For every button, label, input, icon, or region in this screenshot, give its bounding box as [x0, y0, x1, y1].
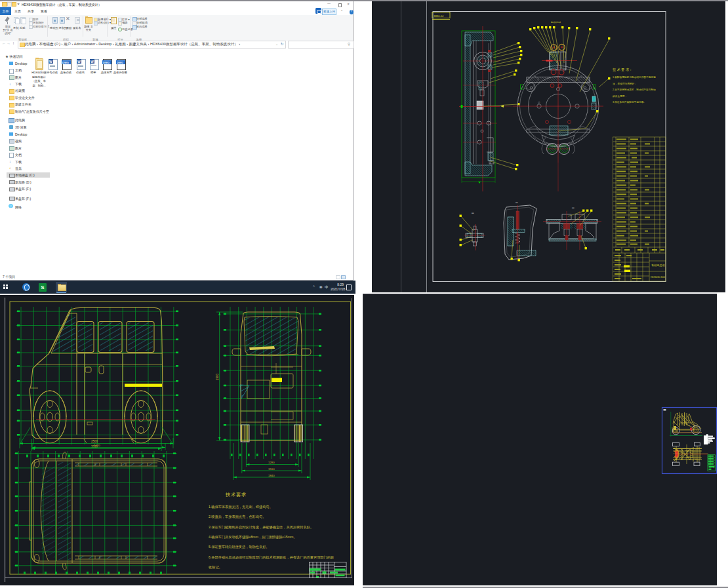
svg-text:1620: 1620: [94, 444, 100, 447]
svg-text:═: ═: [471, 211, 474, 215]
svg-text:1280: 1280: [268, 461, 275, 464]
svg-text:3.保证车门能顺利开启到设计角度，并能够确定位，关闭后密封良: 3.保证车门能顺利开启到设计角度，并能够确定位，关闭后密封良好。: [209, 525, 313, 530]
svg-text:∅: ∅: [538, 101, 540, 104]
svg-text:1.装配板螺栓时与制动蹈工作面不能有溢: 1.装配板螺栓时与制动蹈工作面不能有溢: [613, 75, 656, 79]
svg-text:8880-04: 8880-04: [434, 14, 444, 18]
svg-text:鼓发生摩擦；: 鼓发生摩擦；: [612, 94, 627, 98]
svg-text:油，必须清洗调整好；: 油，必须清洗调整好；: [613, 82, 637, 85]
svg-text:2.当不操纵制动器时，制动蹈不应与制动: 2.当不操纵制动器时，制动蹈不应与制动: [613, 88, 656, 91]
svg-text:2.喷漆后，车身表面光亮，色彩均匀。: 2.喷漆后，车身表面光亮，色彩均匀。: [209, 515, 266, 519]
svg-text:技术要求: 技术要求: [225, 492, 247, 498]
svg-text:1900: 1900: [216, 373, 219, 380]
svg-text:2500: 2500: [91, 440, 98, 443]
svg-text:收标记。: 收标记。: [209, 565, 222, 570]
svg-text:═: ═: [571, 206, 575, 210]
svg-text:制动器总成: 制动器总成: [551, 21, 561, 24]
svg-text:═: ═: [515, 201, 518, 205]
svg-text:技 术 要 求：: 技 术 要 求：: [613, 68, 632, 72]
svg-text:4.确保车门及发动机罩缝隙≤8mm，后门顶部缝隙≤15mm。: 4.确保车门及发动机罩缝隙≤8mm，后门顶部缝隙≤15mm。: [209, 535, 297, 539]
svg-text:5.保证整车转向轻便灵活，制动性良好。: 5.保证整车转向轻便灵活，制动性良好。: [209, 545, 270, 549]
svg-text:1510: 1510: [268, 467, 275, 471]
svg-text:3.保证各部件装配后平稳可靠。: 3.保证各部件装配后平稳可靠。: [613, 100, 646, 104]
svg-text:1.确保车体表面光洁，无毛刺，焊缝均匀。: 1.确保车体表面光洁，无毛刺，焊缝均匀。: [209, 505, 273, 509]
svg-text:HDX6430-3500: HDX6430-3500: [651, 276, 665, 279]
svg-text:1840: 1840: [268, 474, 275, 477]
svg-text:6.各部件或分总成必须经过制造部门的技术检测验收，并有该厂的: 6.各部件或分总成必须经过制造部门的技术检测验收，并有该厂的质量管理部门的验: [209, 555, 334, 560]
